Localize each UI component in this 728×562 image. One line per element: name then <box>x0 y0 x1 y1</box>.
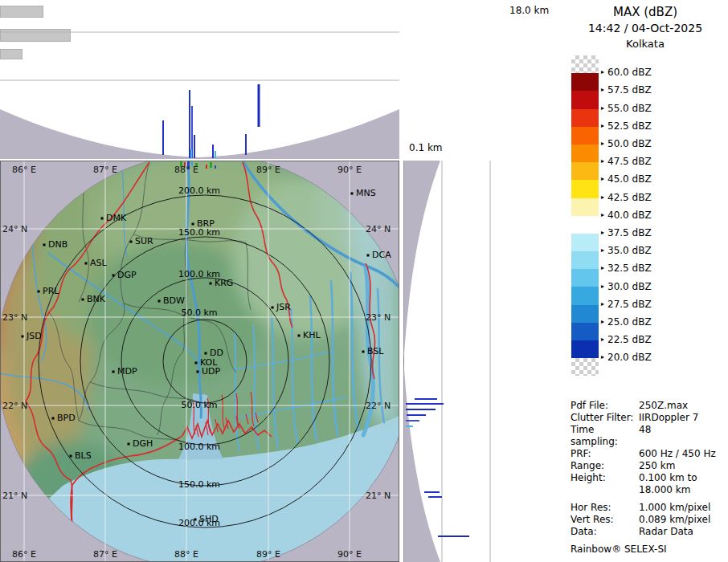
legend-label: ▸47.5 dBZ <box>601 156 652 167</box>
legend-tick-icon: ▸ <box>601 105 604 112</box>
lat-label: 21° N <box>2 491 27 501</box>
legend-label: ▸22.5 dBZ <box>601 334 652 345</box>
city-label: UDP <box>202 366 221 377</box>
info-value: IIRDoppler 7 <box>639 412 725 424</box>
city-dot <box>298 335 301 337</box>
legend-tick-icon: ▸ <box>601 123 604 129</box>
city-dot <box>210 283 212 285</box>
info-label: Data: <box>571 526 639 538</box>
lat-label: 24° N <box>366 224 391 234</box>
legend-label: ▸40.0 dBZ <box>601 210 652 221</box>
legend-tick-icon: ▸ <box>601 247 604 254</box>
info-row: PRF:600 Hz / 450 Hz <box>571 448 725 460</box>
city-dot <box>197 371 199 373</box>
lon-label: 88° E <box>174 549 198 560</box>
legend-label: ▸32.5 dBZ <box>601 263 652 274</box>
city-label: SHD <box>199 514 219 524</box>
radar-echo <box>206 165 207 169</box>
coverage-shadow <box>404 161 441 360</box>
lon-label: 90° E <box>337 165 362 175</box>
info-value: 250Z.max <box>639 400 725 412</box>
city-dot <box>272 307 274 309</box>
city-label: DGH <box>133 438 153 449</box>
coverage-shadow <box>404 363 441 562</box>
range-ring-label: 150.0 km <box>178 479 220 490</box>
city-dot <box>85 263 88 265</box>
city-label: BSL <box>367 346 384 356</box>
legend-tick-icon: ▸ <box>601 87 604 93</box>
radar-echo <box>210 162 212 168</box>
lon-label: 86° E <box>12 165 36 175</box>
legend-label: ▸27.5 dBZ <box>601 299 652 310</box>
city-label: BLS <box>75 450 92 461</box>
radar-app-window: 18.0 km 0.1 km <box>0 0 728 562</box>
city-label: DNB <box>48 239 67 250</box>
legend-label: ▸42.5 dBZ <box>601 192 652 203</box>
lat-label: 21° N <box>366 491 391 501</box>
legend-label: ▸45.0 dBZ <box>601 173 652 185</box>
legend-swatch <box>571 198 599 216</box>
city-label: JSD <box>26 331 42 341</box>
legend-tick-icon: ▸ <box>601 301 604 307</box>
info-label: Hor Res: <box>571 502 639 514</box>
station-name: Kolkata <box>562 36 728 52</box>
right-height-panel <box>402 161 530 562</box>
legend-swatch <box>571 73 599 91</box>
city-label: JSR <box>276 302 291 312</box>
lat-label: 23° N <box>366 312 391 323</box>
lon-label: 87° E <box>93 549 117 560</box>
city-label: PRL <box>43 286 59 296</box>
legend-swatch <box>571 127 599 145</box>
city-label: BRP <box>197 218 215 229</box>
radar-echo <box>215 165 216 169</box>
info-label: Height: <box>571 472 639 484</box>
city-label: ASL <box>90 258 108 268</box>
city-dot <box>130 241 133 243</box>
city-dot <box>38 291 40 293</box>
legend-swatch <box>571 234 599 251</box>
info-label: Pdf File: <box>571 400 639 412</box>
legend-header: MAX (dBZ) 14:42 / 04-Oct-2025 Kolkata <box>562 4 728 52</box>
lat-label: 22° N <box>2 401 27 411</box>
legend-label: ▸52.5 dBZ <box>601 120 652 132</box>
city-label: BPD <box>57 413 76 423</box>
lon-label: 86° E <box>12 549 36 560</box>
city-dot <box>22 336 24 338</box>
timestamp: 14:42 / 04-Oct-2025 <box>562 20 728 36</box>
legend-label: ▸57.5 dBZ <box>601 84 652 96</box>
info-value: 1.000 km/pixel <box>639 502 725 514</box>
info-row: Data:Radar Data <box>571 526 725 538</box>
info-row: Range:250 km <box>571 460 725 472</box>
lon-label: 89° E <box>256 549 280 560</box>
city-label: MNS <box>356 188 376 198</box>
legend-swatch <box>571 109 599 127</box>
lon-label: 87° E <box>93 165 117 175</box>
info-row: Hor Res:1.000 km/pixel <box>571 502 725 514</box>
coverage-shadow <box>0 109 399 159</box>
legend-swatch <box>571 287 599 304</box>
legend-tick-icon: ▸ <box>601 230 604 236</box>
city-dot <box>43 244 46 246</box>
legend-swatch <box>571 305 599 323</box>
info-label: Range: <box>571 460 639 472</box>
top-height-panel <box>0 0 399 161</box>
info-label: Clutter Filter: <box>571 412 639 424</box>
legend-swatch <box>571 340 599 358</box>
legend-tick-icon: ▸ <box>601 354 604 360</box>
city-label: DGP <box>117 270 137 280</box>
legend-tick-icon: ▸ <box>601 140 604 147</box>
info-value: 0.089 km/pixel <box>639 514 725 526</box>
info-label <box>571 484 639 496</box>
height-axis-min-label: 0.1 km <box>409 142 443 153</box>
legend-swatch <box>571 269 599 287</box>
height-axis-max-label: 18.0 km <box>509 5 549 16</box>
city-dot <box>112 275 115 277</box>
info-value: 18.000 km <box>639 484 725 496</box>
info-label: Vert Res: <box>571 514 639 526</box>
city-dot <box>158 300 161 303</box>
legend-label: ▸60.0 dBZ <box>601 67 652 78</box>
info-rows: Pdf File:250Z.maxClutter Filter:IIRDoppl… <box>571 400 725 538</box>
map-canvas[interactable]: 200.0 km150.0 km100.0 km50.0 km50.0 km10… <box>0 161 399 562</box>
legend-tick-icon: ▸ <box>601 176 604 182</box>
legend-tick-icon: ▸ <box>601 212 604 218</box>
